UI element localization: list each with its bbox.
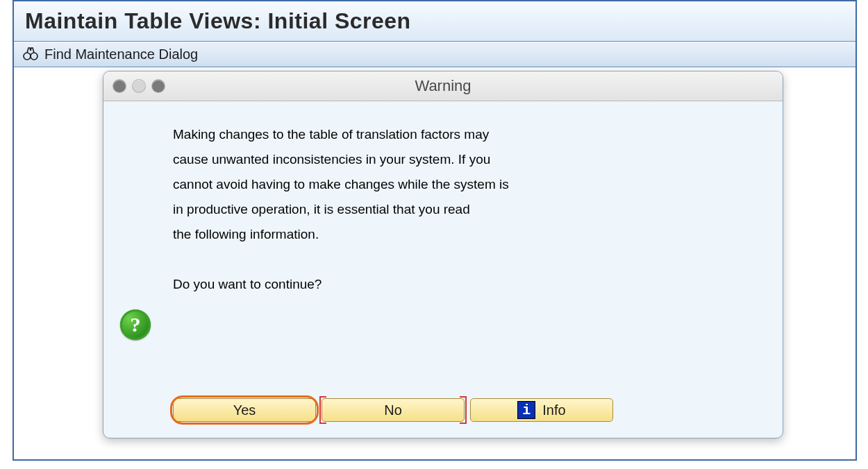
- title-bar: Maintain Table Views: Initial Screen: [14, 1, 856, 42]
- dialog-title: Warning: [103, 77, 783, 95]
- close-icon[interactable]: [113, 80, 126, 92]
- yes-button-label: Yes: [233, 402, 256, 418]
- question-icon: ?: [120, 309, 151, 340]
- info-button[interactable]: i Info: [470, 398, 613, 422]
- dialog-button-row: Yes No i Info: [173, 398, 613, 422]
- focus-bracket-icon: [319, 410, 326, 424]
- content-area: Warning Making changes to the table of t…: [14, 67, 856, 456]
- focus-bracket-icon: [460, 410, 467, 424]
- application-toolbar: Find Maintenance Dialog: [14, 42, 856, 67]
- zoom-icon[interactable]: [152, 80, 165, 92]
- svg-point-1: [31, 53, 37, 60]
- find-maintenance-dialog-button[interactable]: Find Maintenance Dialog: [44, 46, 198, 62]
- warning-dialog: Warning Making changes to the table of t…: [103, 71, 783, 438]
- dialog-titlebar: Warning: [103, 71, 783, 101]
- page-title: Maintain Table Views: Initial Screen: [25, 8, 844, 34]
- default-focus-ring: [170, 395, 319, 425]
- focus-bracket-icon: [319, 396, 326, 410]
- app-window: Maintain Table Views: Initial Screen Fin…: [12, 0, 857, 461]
- info-icon: i: [517, 401, 535, 419]
- svg-point-0: [24, 53, 31, 60]
- window-controls: [113, 80, 165, 92]
- minimize-icon: [133, 80, 145, 92]
- binoculars-icon: [22, 46, 39, 62]
- info-button-label: Info: [542, 402, 565, 418]
- yes-button[interactable]: Yes: [173, 398, 316, 422]
- no-button-label: No: [384, 402, 402, 418]
- focus-bracket-icon: [460, 396, 467, 410]
- no-button[interactable]: No: [322, 398, 465, 422]
- dialog-body: Making changes to the table of translati…: [103, 101, 783, 438]
- dialog-message: Making changes to the table of translati…: [173, 122, 509, 297]
